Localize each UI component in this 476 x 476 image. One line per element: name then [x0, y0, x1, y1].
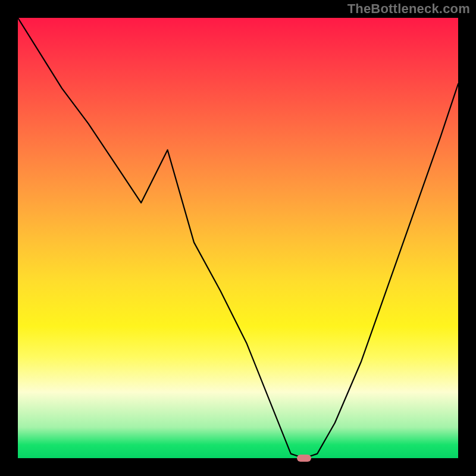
watermark-text: TheBottleneck.com: [347, 1, 470, 17]
bottleneck-curve: [18, 18, 458, 458]
plot-area: [18, 18, 458, 458]
chart-container: TheBottleneck.com: [0, 0, 476, 476]
optimal-point-marker: [297, 455, 311, 462]
